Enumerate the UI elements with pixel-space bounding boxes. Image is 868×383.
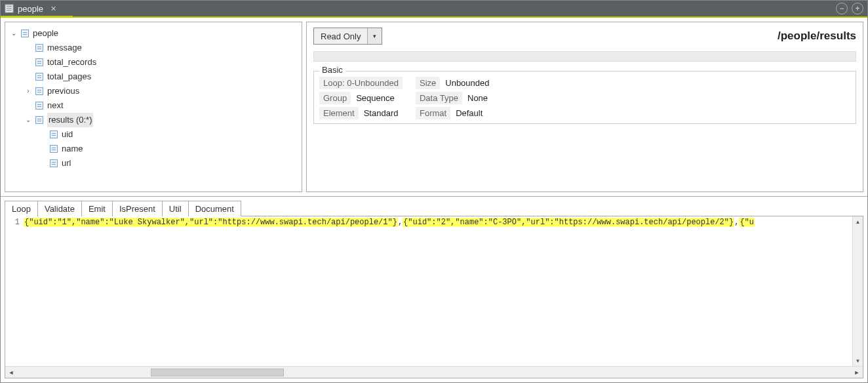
datatype-label: Data Type: [416, 92, 462, 104]
tree-node-label: name: [62, 142, 83, 156]
tree-node-results[interactable]: ⌄ results (0:*): [22, 113, 299, 127]
fieldset-legend: Basic: [319, 65, 345, 75]
format-label: Format: [416, 107, 450, 119]
breadcrumb-path: /people/results: [778, 30, 856, 43]
group-label: Group: [319, 92, 351, 104]
format-value: Default: [453, 107, 485, 119]
tree-node-uid[interactable]: uid: [37, 127, 299, 142]
element-icon: [35, 87, 43, 95]
tree-node-label: message: [47, 41, 82, 55]
tab-emit[interactable]: Emit: [81, 201, 113, 216]
tab-document[interactable]: Document: [188, 201, 241, 216]
toolbar-placeholder: [313, 51, 856, 62]
tree-node-label: url: [62, 156, 71, 171]
tab-util[interactable]: Util: [162, 201, 189, 216]
line-number: 1: [5, 218, 20, 227]
element-icon: [35, 116, 43, 124]
editor-tab-row: Loop Validate Emit IsPresent Util Docume…: [5, 201, 863, 216]
element-value: Standard: [361, 107, 401, 119]
element-icon: [50, 131, 58, 138]
element-icon: [50, 145, 58, 153]
title-bar: people ✕ − +: [1, 1, 867, 18]
element-icon: [21, 30, 29, 37]
vertical-scrollbar[interactable]: ▲ ▼: [852, 216, 863, 366]
svg-rect-3: [7, 10, 12, 10]
schema-tree: ⌄ people message total_records: [8, 26, 299, 171]
main-split: ⌄ people message total_records: [1, 18, 867, 196]
mode-select-value: Read Only: [314, 31, 367, 41]
highlighted-text: {"u: [739, 218, 755, 227]
svg-rect-2: [7, 8, 12, 9]
document-icon: [5, 4, 14, 13]
scroll-track[interactable]: [17, 369, 851, 376]
scroll-left-icon[interactable]: ◄: [5, 369, 17, 376]
tree-node-label: previous: [47, 84, 79, 98]
highlighted-text: {"uid":"1","name":"Luke Skywalker","url"…: [24, 218, 398, 227]
scroll-down-icon[interactable]: ▼: [853, 355, 863, 366]
element-icon: [50, 159, 58, 167]
tree-node-total-records[interactable]: total_records: [22, 55, 299, 70]
size-label: Size: [416, 77, 440, 89]
tree-node-label: next: [47, 98, 64, 113]
editor-content[interactable]: {"uid":"1","name":"Luke Skywalker","url"…: [24, 216, 852, 366]
editor-gutter: 1: [5, 216, 24, 366]
tree-node-message[interactable]: message: [22, 41, 299, 55]
scroll-up-icon[interactable]: ▲: [853, 216, 863, 227]
editor: 1 {"uid":"1","name":"Luke Skywalker","ur…: [5, 216, 863, 378]
tree-node-label: total_records: [47, 55, 96, 70]
horizontal-scrollbar[interactable]: ◄ ►: [5, 366, 863, 378]
element-icon: [35, 102, 43, 110]
bottom-panel: Loop Validate Emit IsPresent Util Docume…: [1, 196, 867, 382]
mode-select[interactable]: Read Only ▾: [313, 28, 382, 45]
minimize-button[interactable]: −: [836, 3, 848, 14]
chevron-right-icon[interactable]: ›: [24, 87, 33, 96]
tree-panel: ⌄ people message total_records: [5, 22, 302, 192]
size-value: Unbounded: [443, 77, 492, 89]
tab-close-button[interactable]: ✕: [49, 4, 58, 14]
scroll-thumb[interactable]: [151, 369, 285, 376]
tree-node-url[interactable]: url: [37, 156, 299, 171]
tab-validate[interactable]: Validate: [37, 201, 82, 216]
tree-node-label: uid: [62, 127, 73, 142]
element-label: Element: [319, 107, 359, 119]
loop-label: Loop: 0-Unbounded: [319, 77, 403, 89]
highlighted-text: {"uid":"2","name":"C-3PO","url":"https:/…: [403, 218, 734, 227]
group-value: Sequence: [353, 92, 397, 104]
tree-node-next[interactable]: next: [22, 98, 299, 113]
properties-panel: Read Only ▾ /people/results Basic Loop: …: [306, 22, 863, 192]
properties-header: Read Only ▾ /people/results: [313, 28, 856, 45]
tab-ispresent[interactable]: IsPresent: [112, 201, 163, 216]
scroll-right-icon[interactable]: ►: [851, 369, 863, 376]
active-tab-indicator: [1, 16, 73, 18]
chevron-down-icon[interactable]: ⌄: [9, 29, 18, 38]
basic-fieldset: Basic Loop: 0-Unbounded Size Unbounded G…: [313, 71, 856, 124]
tree-node-previous[interactable]: › previous: [22, 84, 299, 98]
chevron-down-icon[interactable]: ⌄: [24, 115, 33, 125]
tree-node-name[interactable]: name: [37, 142, 299, 156]
datatype-value: None: [465, 92, 490, 104]
element-icon: [35, 44, 43, 52]
tree-node-label: people: [33, 26, 58, 41]
chevron-down-icon[interactable]: ▾: [367, 28, 382, 44]
element-icon: [35, 58, 43, 66]
svg-rect-1: [7, 6, 12, 7]
maximize-button[interactable]: +: [852, 3, 863, 14]
tree-node-total-pages[interactable]: total_pages: [22, 70, 299, 84]
tree-node-label: total_pages: [47, 70, 91, 84]
tab-loop[interactable]: Loop: [5, 201, 38, 216]
tree-node-people[interactable]: ⌄ people: [8, 26, 299, 41]
element-icon: [35, 73, 43, 81]
tab-label[interactable]: people: [18, 4, 43, 14]
tree-node-label: results (0:*): [47, 113, 93, 127]
